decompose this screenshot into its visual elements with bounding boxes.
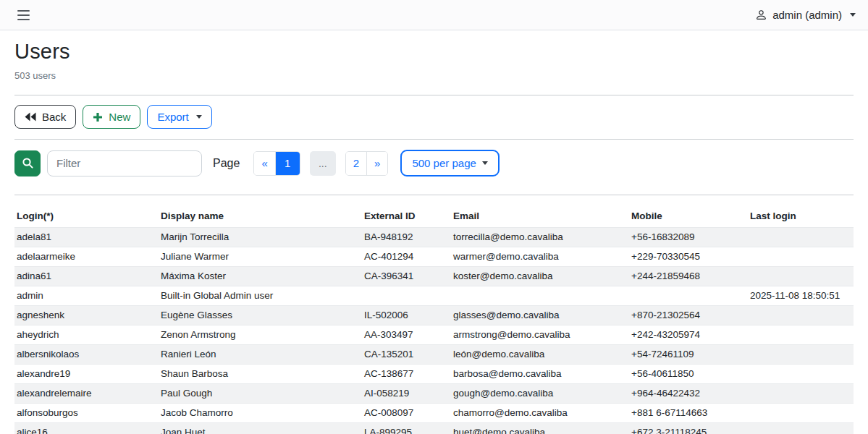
hamburger-menu-button[interactable] — [17, 7, 30, 23]
table-row[interactable]: alice16Joan HuetLA-899295huet@demo.caval… — [14, 423, 854, 434]
user-menu-dropdown[interactable]: admin (admin) — [755, 9, 856, 21]
table-row[interactable]: adela81Marijn TorrecillaBA-948192torreci… — [14, 228, 854, 247]
table-cell: warmer@demo.cavaliba — [451, 247, 629, 267]
pagination-next[interactable]: » — [366, 152, 387, 175]
table-cell: +244-21859468 — [629, 267, 748, 286]
table-row[interactable]: agneshenkEugène GlassesIL-502006glasses@… — [14, 306, 854, 326]
pagination-page-1[interactable]: 1 — [275, 152, 300, 175]
table-cell: AC-401294 — [362, 247, 451, 267]
column-header-external-id: External ID — [362, 205, 451, 228]
caret-down-icon — [482, 161, 488, 165]
table-cell: adina61 — [14, 267, 159, 286]
table-row[interactable]: alfonsoburgosJacob ChamorroAC-008097cham… — [14, 404, 854, 423]
rewind-icon — [25, 112, 36, 122]
table-cell — [362, 286, 451, 306]
pagination-group: 2 » — [345, 151, 389, 176]
column-header-login: Login(*) — [14, 205, 159, 228]
table-row[interactable]: albersnikolaosRanieri LeónCA-135201león@… — [14, 345, 854, 365]
page-label: Page — [213, 157, 240, 170]
pagination-group: « 1 — [253, 151, 300, 176]
export-button-label: Export — [157, 111, 188, 122]
table-cell: agneshenk — [14, 306, 159, 326]
table-cell: chamorro@demo.cavaliba — [451, 404, 629, 423]
main-content: Users 503 users Back New Export — [0, 40, 868, 434]
hamburger-icon — [17, 10, 30, 12]
table-cell: torrecilla@demo.cavaliba — [451, 228, 629, 247]
table-cell: Máxima Koster — [159, 267, 362, 286]
table-cell: Zenon Armstrong — [159, 326, 362, 345]
table-cell — [748, 423, 854, 434]
toolbar: Back New Export — [14, 105, 854, 129]
table-cell: adelaarmeike — [14, 247, 159, 267]
table-cell: +54-72461109 — [629, 345, 748, 365]
table-body: adela81Marijn TorrecillaBA-948192torreci… — [14, 228, 854, 434]
table-cell: AC-008097 — [362, 404, 451, 423]
export-dropdown-button[interactable]: Export — [147, 105, 211, 129]
table-cell: Built-in Global Admin user — [159, 286, 362, 306]
hamburger-icon — [17, 19, 30, 20]
table-cell — [748, 365, 854, 384]
back-button[interactable]: Back — [14, 105, 76, 129]
caret-down-icon — [196, 115, 202, 119]
table-cell — [451, 286, 629, 306]
filter-input[interactable] — [47, 150, 202, 176]
table-cell: Ranieri León — [159, 345, 362, 365]
table-cell: admin — [14, 286, 159, 306]
back-button-label: Back — [42, 111, 66, 122]
table-row[interactable]: alexandrelemairePaul GoughAI-058219gough… — [14, 384, 854, 404]
user-menu-label: admin (admin) — [772, 9, 842, 21]
table-cell: AI-058219 — [362, 384, 451, 404]
table-cell — [629, 286, 748, 306]
table-cell: Paul Gough — [159, 384, 362, 404]
table-row[interactable]: alexandre19Shaun BarbosaAC-138677barbosa… — [14, 365, 854, 384]
pagination-page-2[interactable]: 2 — [346, 152, 366, 175]
table-cell: adela81 — [14, 228, 159, 247]
table-cell: IL-502006 — [362, 306, 451, 326]
table-cell: LA-899295 — [362, 423, 451, 434]
table-cell: +870-21302564 — [629, 306, 748, 326]
pagination-prev[interactable]: « — [254, 152, 274, 175]
table-cell: 2025-11-08 18:50:51 — [748, 286, 854, 306]
search-icon — [22, 157, 34, 169]
table-cell: +964-46422432 — [629, 384, 748, 404]
filter-bar: Page « 1 ... 2 » 500 per page — [14, 150, 854, 176]
table-cell: +56-40611850 — [629, 365, 748, 384]
caret-down-icon — [850, 13, 856, 17]
table-cell: +672 3-21118245 — [629, 423, 748, 434]
search-button[interactable] — [14, 150, 41, 176]
column-header-display-name: Display name — [159, 205, 362, 228]
new-button[interactable]: New — [83, 105, 140, 129]
column-header-email: Email — [451, 205, 629, 228]
per-page-dropdown-button[interactable]: 500 per page — [400, 150, 499, 176]
table-cell: león@demo.cavaliba — [451, 345, 629, 365]
table-cell: Juliane Warmer — [159, 247, 362, 267]
divider — [14, 95, 854, 95]
topbar: admin (admin) — [0, 0, 868, 30]
per-page-label: 500 per page — [412, 157, 476, 169]
table-cell: AA-303497 — [362, 326, 451, 345]
user-count: 503 users — [14, 70, 854, 81]
table-cell — [748, 228, 854, 247]
table-cell: albersnikolaos — [14, 345, 159, 365]
table-cell: Jacob Chamorro — [159, 404, 362, 423]
table-cell: CA-396341 — [362, 267, 451, 286]
table-row[interactable]: adina61Máxima KosterCA-396341koster@demo… — [14, 267, 854, 286]
divider — [14, 139, 854, 140]
table-cell — [748, 345, 854, 365]
table-row[interactable]: adminBuilt-in Global Admin user2025-11-0… — [14, 286, 854, 306]
table-row[interactable]: aheydrichZenon ArmstrongAA-303497armstro… — [14, 326, 854, 345]
table-cell — [748, 404, 854, 423]
table-cell: koster@demo.cavaliba — [451, 267, 629, 286]
table-cell: Eugène Glasses — [159, 306, 362, 326]
table-cell: alice16 — [14, 423, 159, 434]
user-table: Login(*) Display name External ID Email … — [14, 205, 854, 434]
divider — [14, 195, 854, 195]
table-cell: barbosa@demo.cavaliba — [451, 365, 629, 384]
page-title: Users — [14, 40, 854, 64]
table-row[interactable]: adelaarmeikeJuliane WarmerAC-401294warme… — [14, 247, 854, 267]
table-cell: alfonsoburgos — [14, 404, 159, 423]
table-cell: +242-43205974 — [629, 326, 748, 345]
table-cell — [748, 384, 854, 404]
table-cell: alexandre19 — [14, 365, 159, 384]
table-cell: gough@demo.cavaliba — [451, 384, 629, 404]
